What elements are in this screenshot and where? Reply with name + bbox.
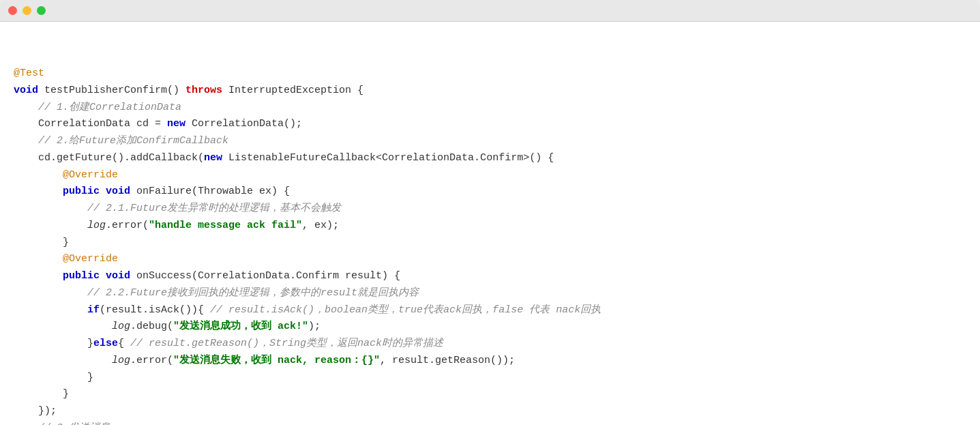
minimize-button[interactable]	[23, 6, 31, 15]
maximize-button[interactable]	[37, 6, 46, 15]
main-window: @Test void testPublisherConfirm() throws…	[0, 0, 980, 425]
close-button[interactable]	[8, 6, 17, 15]
titlebar	[0, 0, 980, 22]
code-content: @Test void testPublisherConfirm() throws…	[14, 65, 966, 425]
code-editor: @Test void testPublisherConfirm() throws…	[0, 22, 980, 425]
